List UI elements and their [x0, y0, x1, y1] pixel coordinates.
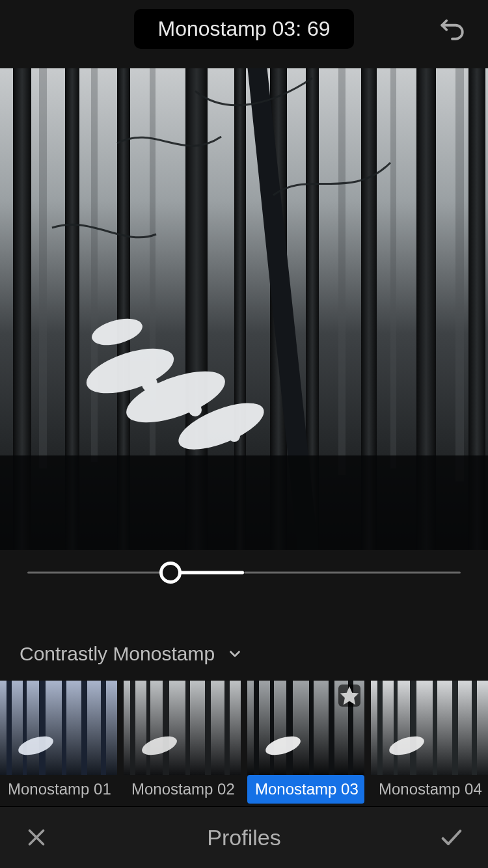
svg-rect-26 [0, 681, 117, 775]
svg-rect-57 [472, 681, 477, 775]
intensity-slider-wrap [0, 550, 488, 596]
svg-rect-53 [394, 681, 398, 775]
favorite-badge[interactable] [338, 685, 360, 707]
svg-rect-46 [309, 681, 314, 775]
svg-rect-54 [410, 681, 416, 775]
preset-thumb [0, 681, 117, 775]
preset-thumb [247, 681, 364, 775]
svg-rect-43 [254, 681, 259, 775]
star-icon [338, 685, 360, 707]
close-icon [25, 826, 48, 849]
svg-rect-40 [224, 681, 230, 775]
svg-rect-32 [101, 681, 106, 775]
image-preview[interactable] [0, 68, 488, 550]
svg-rect-39 [205, 681, 211, 775]
preset-label: Monostamp 01 [0, 775, 117, 804]
svg-marker-50 [340, 686, 359, 705]
confirm-button[interactable] [436, 822, 467, 853]
preset-monostamp-04[interactable]: Monostamp 04 [371, 681, 488, 806]
svg-rect-31 [81, 681, 87, 775]
svg-point-23 [189, 403, 202, 416]
svg-rect-55 [433, 681, 437, 775]
svg-point-22 [142, 376, 157, 392]
svg-rect-1 [39, 68, 47, 468]
svg-rect-51 [371, 681, 488, 775]
svg-rect-47 [329, 681, 334, 775]
svg-rect-30 [62, 681, 66, 775]
header: Monostamp 03: 69 [0, 0, 488, 58]
undo-button[interactable] [435, 11, 470, 46]
preset-thumb [124, 681, 241, 775]
bottom-bar: Profiles [0, 806, 488, 868]
svg-rect-45 [286, 681, 293, 775]
svg-rect-5 [390, 68, 396, 468]
svg-rect-56 [452, 681, 458, 775]
preset-monostamp-03[interactable]: Monostamp 03 [247, 681, 364, 806]
preset-label: Monostamp 04 [371, 775, 488, 804]
svg-rect-44 [270, 681, 274, 775]
svg-rect-34 [124, 681, 241, 775]
svg-rect-25 [0, 455, 488, 550]
preset-thumb [371, 681, 488, 775]
svg-rect-27 [7, 681, 12, 775]
preview-illustration [0, 68, 488, 550]
svg-rect-35 [130, 681, 135, 775]
preset-monostamp-01[interactable]: Monostamp 01 [0, 681, 117, 806]
preset-group-label: Contrastly Monostamp [20, 643, 215, 665]
svg-point-24 [228, 430, 240, 442]
chevron-down-icon [226, 645, 243, 662]
preset-label: Monostamp 03 [247, 775, 364, 804]
current-preset-badge: Monostamp 03: 69 [134, 9, 353, 49]
svg-rect-2 [91, 68, 98, 462]
svg-rect-29 [39, 681, 46, 775]
svg-rect-38 [185, 681, 190, 775]
svg-rect-28 [23, 681, 27, 775]
preset-label: Monostamp 02 [124, 775, 241, 804]
svg-rect-36 [146, 681, 150, 775]
slider-thumb[interactable] [159, 562, 182, 584]
svg-rect-52 [377, 681, 383, 775]
preset-thumbnails[interactable]: Monostamp 01 Monostamp 02 Monostamp 03 M… [0, 681, 488, 806]
intensity-slider[interactable] [27, 571, 461, 574]
panel-title: Profiles [207, 825, 280, 850]
undo-icon [439, 15, 466, 42]
preset-group-dropdown[interactable]: Contrastly Monostamp [0, 596, 488, 681]
preset-monostamp-02[interactable]: Monostamp 02 [124, 681, 241, 806]
check-icon [439, 824, 465, 850]
cancel-button[interactable] [21, 822, 52, 853]
svg-rect-37 [163, 681, 169, 775]
svg-rect-4 [338, 68, 346, 475]
svg-rect-6 [455, 68, 464, 481]
